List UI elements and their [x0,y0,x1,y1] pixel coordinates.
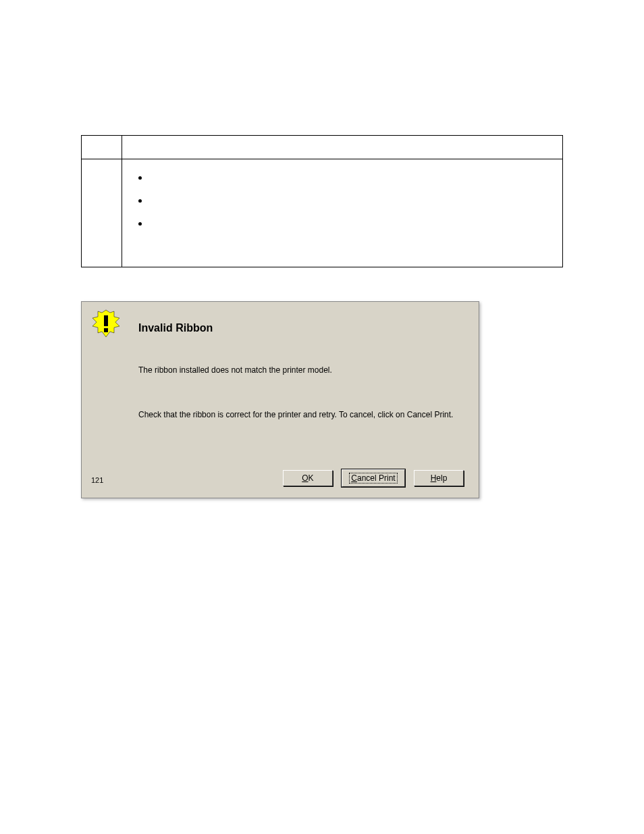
bullet-list [129,172,556,240]
dialog-title: Invalid Ribbon [97,322,464,334]
list-item [149,217,556,240]
warning-icon [91,309,121,340]
error-dialog: Invalid Ribbon The ribbon installed does… [81,301,479,498]
dialog-message-2: Check that the ribbon is correct for the… [97,410,464,419]
context-table [81,135,563,267]
svg-rect-2 [104,328,108,332]
cancel-print-button[interactable]: Cancel Print [342,469,404,487]
table-header-left [82,136,122,159]
list-item [149,172,556,194]
button-row: OK Cancel Print Help [91,469,464,487]
table-cell-right [122,159,563,267]
table-cell-left [82,159,122,267]
svg-rect-1 [104,315,108,326]
dialog-message-1: The ribbon installed does not match the … [97,365,464,375]
help-button[interactable]: Help [414,470,464,486]
error-code: 121 [91,476,103,484]
ok-button[interactable]: OK [283,470,333,486]
table-header-right [122,136,563,159]
list-item [149,194,556,217]
